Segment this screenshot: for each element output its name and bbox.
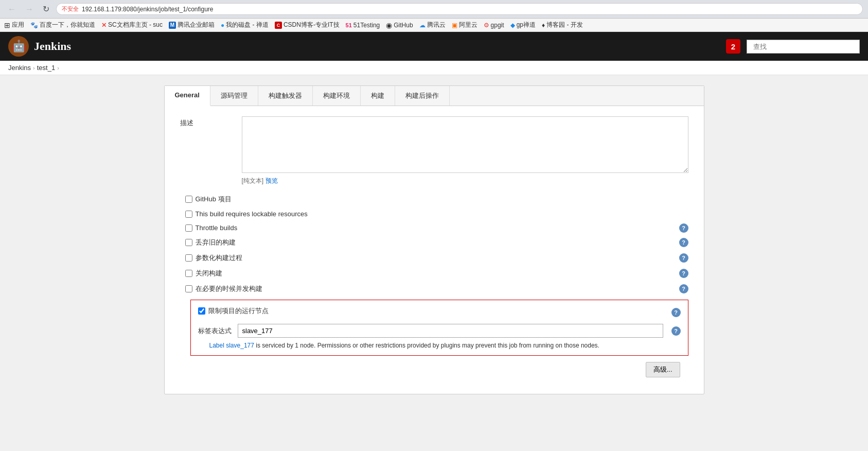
bookmark-tencent-cloud[interactable]: ☁ 腾讯云 [419, 21, 446, 29]
tab-source[interactable]: 源码管理 [210, 86, 258, 106]
preview-link[interactable]: 预览 [265, 177, 278, 184]
bookmark-label: 我的磁盘 - 禅道 [226, 21, 269, 29]
main-content: General 源码管理 构建触发器 构建环境 构建 构建后操作 描述 [纯文本… [0, 75, 868, 444]
tab-build[interactable]: 构建 [361, 86, 395, 106]
bookmark-blog[interactable]: ♦ 博客园 - 开发 [542, 21, 583, 29]
restricted-node-section: 限制项目的运行节点 ? 标签表达式 ? Label slave_17 [190, 300, 688, 356]
description-label: 描述 [180, 116, 242, 128]
discard-builds-row: 丢弃旧的构建 ? [185, 235, 688, 250]
discard-builds-label[interactable]: 丢弃旧的构建 [196, 238, 236, 247]
config-panel: General 源码管理 构建触发器 构建环境 构建 构建后操作 描述 [纯文本… [164, 85, 704, 394]
form-area: 描述 [纯文本] 预览 GitHub 项目 [165, 106, 704, 394]
back-button[interactable]: ← [5, 4, 19, 15]
tab-post-build[interactable]: 构建后操作 [395, 86, 450, 106]
jenkins-header: 🤖 Jenkins 2 [0, 32, 868, 61]
browser-bar: ← → ↻ 不安全 192.168.1.179:8080/jenkins/job… [0, 0, 868, 19]
bookmark-disk[interactable]: ● 我的磁盘 - 禅道 [221, 21, 269, 29]
disable-build-label[interactable]: 关闭构建 [196, 269, 222, 278]
github-project-label[interactable]: GitHub 项目 [196, 195, 232, 204]
bookmark-label: 腾讯企业邮箱 [178, 21, 215, 29]
bookmark-label: 阿里云 [459, 21, 477, 29]
bookmark-label: SC文档库主页 - suc [108, 21, 163, 29]
bookmark-label: 腾讯云 [427, 21, 446, 29]
parameterized-checkbox[interactable] [185, 254, 192, 262]
textarea-hints: [纯文本] 预览 [242, 177, 688, 185]
url-display: 192.168.1.179:8080/jenkins/job/test_1/co… [82, 6, 214, 13]
jenkins-title: Jenkins [34, 40, 71, 53]
parameterized-help-icon[interactable]: ? [679, 253, 688, 263]
plain-text-label: [纯文本] [242, 177, 264, 184]
label-link[interactable]: Label slave_177 [209, 342, 254, 349]
bookmark-tencent-mail[interactable]: M 腾讯企业邮箱 [169, 21, 215, 29]
label-expression-help-icon[interactable]: ? [671, 326, 681, 336]
restrict-node-label[interactable]: 限制项目的运行节点 [208, 306, 269, 316]
search-input[interactable] [747, 40, 860, 54]
bookmark-label: CSDN博客-专业IT技 [284, 21, 340, 29]
advanced-btn-row: 高级... [180, 356, 688, 384]
disable-build-help-icon[interactable]: ? [679, 269, 688, 278]
bookmark-baidu[interactable]: 🐾 百度一下，你就知道 [30, 21, 95, 29]
lockable-resources-row: This build requires lockable resources [185, 207, 688, 221]
jenkins-avatar: 🤖 [8, 36, 29, 57]
disable-build-row: 关闭构建 ? [185, 266, 688, 281]
parameterized-label[interactable]: 参数化构建过程 [196, 253, 242, 263]
breadcrumb-test1[interactable]: test_1 [37, 64, 55, 72]
tab-trigger[interactable]: 构建触发器 [258, 86, 313, 106]
lockable-resources-item: This build requires lockable resources [185, 207, 308, 221]
bookmark-apps[interactable]: ⊞ 应用 [4, 21, 24, 29]
label-expression-label: 标签表达式 [198, 326, 232, 336]
breadcrumb-jenkins[interactable]: Jenkins [8, 64, 31, 72]
bookmark-label: gp禅道 [517, 21, 536, 29]
discard-builds-checkbox[interactable] [185, 239, 192, 246]
lockable-resources-checkbox[interactable] [185, 211, 192, 218]
bookmark-aliyun[interactable]: ▣ 阿里云 [452, 21, 477, 29]
github-project-checkbox[interactable] [185, 196, 192, 203]
insecure-label: 不安全 [62, 5, 79, 13]
bookmark-github[interactable]: ◉ GitHub [386, 21, 413, 29]
restrict-node-checkbox[interactable] [198, 307, 205, 315]
lockable-resources-label[interactable]: This build requires lockable resources [196, 210, 308, 218]
reload-button[interactable]: ↻ [40, 3, 52, 15]
breadcrumb: Jenkins › test_1 › [0, 61, 868, 75]
label-info-detail: is serviced by 1 node. Permissions or ot… [256, 342, 599, 349]
bookmark-gpgit[interactable]: ⚙ gpgit [484, 22, 504, 29]
tab-bar: General 源码管理 构建触发器 构建环境 构建 构建后操作 [165, 86, 704, 106]
bookmarks-bar: ⊞ 应用 🐾 百度一下，你就知道 ✕ SC文档库主页 - suc M 腾讯企业邮… [0, 19, 868, 32]
parameterized-row: 参数化构建过程 ? [185, 250, 688, 266]
restrict-node-item: 限制项目的运行节点 [198, 305, 669, 320]
notification-badge[interactable]: 2 [726, 39, 740, 54]
throttle-builds-label[interactable]: Throttle builds [196, 224, 238, 232]
description-row: 描述 [纯文本] 预览 [180, 116, 688, 185]
checkbox-section: GitHub 项目 This build requires lockable r… [185, 192, 688, 356]
breadcrumb-sep-2: › [57, 65, 59, 71]
label-expression-input[interactable] [238, 324, 663, 338]
throttle-builds-checkbox[interactable] [185, 224, 192, 232]
tab-env[interactable]: 构建环境 [313, 86, 361, 106]
bookmark-csdn[interactable]: C CSDN博客-专业IT技 [275, 21, 340, 29]
discard-builds-help-icon[interactable]: ? [679, 238, 688, 247]
concurrent-build-help-icon[interactable]: ? [679, 284, 688, 293]
throttle-builds-item: Throttle builds [185, 221, 238, 235]
concurrent-build-label[interactable]: 在必要的时候并发构建 [196, 284, 262, 293]
throttle-builds-help-icon[interactable]: ? [679, 223, 688, 233]
advanced-button[interactable]: 高级... [646, 362, 680, 377]
bookmark-sc[interactable]: ✕ SC文档库主页 - suc [101, 21, 163, 29]
bookmark-51testing[interactable]: 51 51Testing [346, 22, 380, 29]
jenkins-logo: 🤖 Jenkins [8, 36, 71, 57]
bookmark-label: 博客园 - 开发 [546, 21, 583, 29]
concurrent-build-row: 在必要的时候并发构建 ? [185, 281, 688, 297]
tab-general[interactable]: General [165, 86, 210, 106]
bookmark-label: 51Testing [353, 22, 380, 29]
concurrent-build-checkbox[interactable] [185, 285, 192, 292]
bookmark-gpzd[interactable]: ◆ gp禅道 [510, 21, 536, 29]
forward-button[interactable]: → [23, 4, 36, 15]
restrict-node-help-icon[interactable]: ? [671, 308, 681, 317]
concurrent-build-item: 在必要的时候并发构建 [185, 281, 262, 297]
disable-build-item: 关闭构建 [185, 266, 222, 281]
bookmark-label: 应用 [12, 21, 24, 29]
description-control: [纯文本] 预览 [242, 116, 688, 185]
disable-build-checkbox[interactable] [185, 270, 192, 277]
bookmark-label: gpgit [491, 22, 504, 29]
throttle-builds-row: Throttle builds ? [185, 221, 688, 235]
description-textarea[interactable] [242, 116, 688, 173]
